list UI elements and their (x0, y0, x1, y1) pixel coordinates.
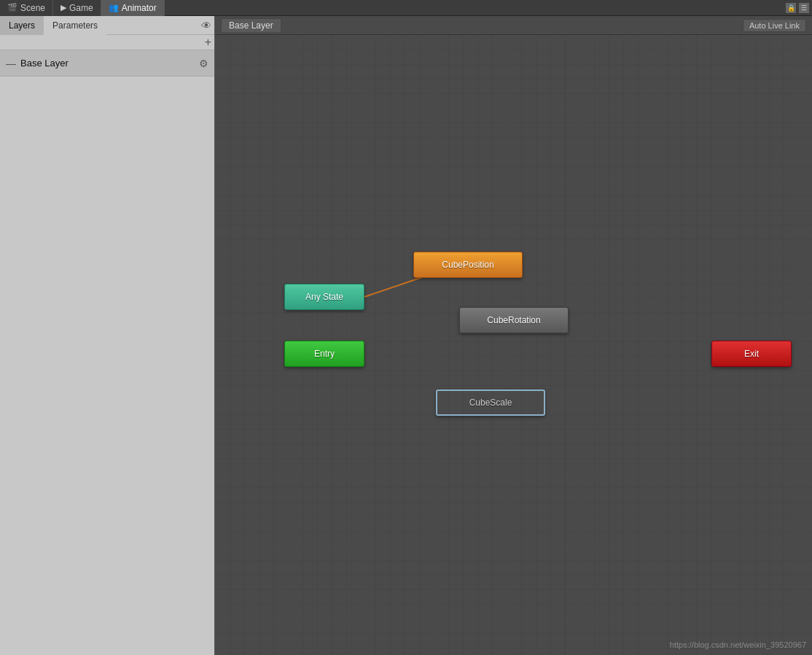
tab-parameters-label: Parameters (52, 20, 98, 31)
scene-icon: 🎬 (7, 3, 17, 12)
node-cube-scale[interactable]: CubeScale (436, 389, 545, 416)
tab-game-label: Game (69, 3, 93, 13)
layer-dash: — (6, 58, 16, 69)
node-entry-label: Entry (314, 349, 335, 359)
tab-parameters[interactable]: Parameters (44, 16, 106, 35)
tab-layers-label: Layers (9, 20, 35, 31)
breadcrumb[interactable]: Base Layer (221, 18, 281, 32)
tab-scene[interactable]: 🎬 Scene (0, 0, 53, 16)
layer-item-base[interactable]: — Base Layer ⚙ (0, 50, 214, 77)
node-cube-position[interactable]: CubePosition (413, 252, 523, 278)
canvas-header: Base Layer Auto Live Link (215, 16, 812, 35)
tab-scene-label: Scene (20, 3, 45, 13)
auto-live-link-button[interactable]: Auto Live Link (743, 19, 806, 32)
game-icon: ▶ (60, 3, 66, 12)
auto-live-link-label: Auto Live Link (749, 21, 800, 30)
menu-button[interactable]: ☰ (799, 3, 809, 13)
animator-icon: 👥 (109, 3, 119, 12)
node-cube-rotation-label: CubeRotation (487, 315, 540, 325)
canvas-area: Base Layer Auto Live Link Cube (215, 16, 812, 655)
node-cube-scale-label: CubeScale (469, 398, 512, 408)
breadcrumb-label: Base Layer (229, 20, 273, 31)
grid-canvas[interactable]: CubePosition Any State CubeRotation Entr… (215, 35, 812, 655)
window-controls: 🔒 ☰ (786, 3, 812, 13)
eye-icon[interactable]: 👁 (201, 20, 211, 31)
lock-button[interactable]: 🔒 (786, 3, 796, 13)
node-cube-position-label: CubePosition (442, 260, 493, 270)
layer-name: Base Layer (20, 58, 199, 69)
node-exit-label: Exit (744, 349, 759, 359)
tab-animator-label: Animator (122, 3, 157, 13)
tab-game[interactable]: ▶ Game (53, 0, 101, 16)
add-icon: + (205, 36, 211, 48)
tab-animator[interactable]: 👥 Animator (101, 0, 165, 16)
add-layer-row: + (0, 35, 214, 50)
node-entry[interactable]: Entry (284, 341, 364, 367)
watermark: https://blog.csdn.net/weixin_39520967 (670, 640, 806, 649)
gear-icon[interactable]: ⚙ (199, 58, 208, 69)
node-any-state[interactable]: Any State (284, 284, 364, 310)
node-cube-rotation[interactable]: CubeRotation (459, 307, 569, 333)
node-any-state-label: Any State (305, 292, 343, 302)
left-panel: Layers Parameters 👁 + — Base Layer ⚙ (0, 16, 215, 655)
node-exit[interactable]: Exit (711, 341, 792, 367)
main-layout: Layers Parameters 👁 + — Base Layer ⚙ Bas… (0, 16, 812, 655)
top-tab-bar: 🎬 Scene ▶ Game 👥 Animator 🔒 ☰ (0, 0, 812, 16)
add-layer-button[interactable]: + (205, 36, 211, 48)
left-panel-tabs: Layers Parameters 👁 (0, 16, 214, 35)
tab-layers[interactable]: Layers (0, 16, 44, 35)
